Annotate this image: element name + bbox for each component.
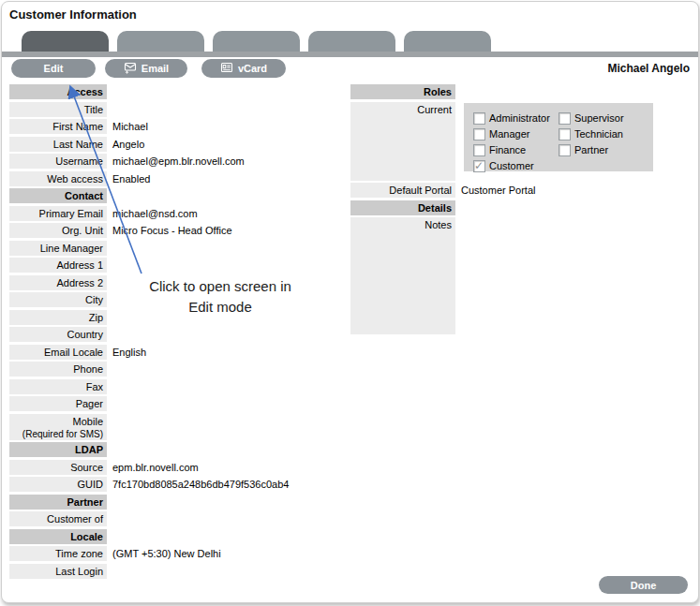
vcard-button-label: vCard — [238, 63, 267, 74]
table-row: Access — [9, 84, 347, 99]
table-row: GUID 7fc170bd8085a248b6db479f536c0ab4 — [9, 477, 347, 492]
field-label: First Name — [9, 119, 107, 134]
field-value — [107, 292, 112, 307]
table-row: Fax — [9, 379, 347, 394]
field-label: Title — [9, 102, 107, 117]
edit-button-label: Edit — [44, 63, 64, 74]
table-row: Title — [9, 102, 347, 117]
table-row: Partner — [9, 495, 347, 510]
table-row: Last Name Angelo — [9, 137, 347, 152]
notes-row: Notes — [350, 217, 688, 334]
field-label: Line Manager — [9, 241, 107, 256]
field-label: Last Name — [9, 137, 107, 152]
tab[interactable] — [22, 31, 109, 52]
tab[interactable] — [213, 31, 300, 52]
done-button[interactable]: Done — [599, 576, 688, 594]
field-label: Time zone — [9, 546, 107, 561]
table-row: Web access Enabled — [9, 171, 347, 186]
checkbox-icon[interactable] — [473, 128, 485, 140]
table-row: Address 1 — [9, 258, 347, 273]
field-value — [107, 102, 112, 117]
table-row: Source epm.blr.novell.com — [9, 460, 347, 475]
field-value — [107, 327, 112, 342]
role-checkbox-item[interactable]: Finance — [473, 142, 559, 158]
field-label: Pager — [9, 396, 107, 411]
default-portal-row: Default Portal Customer Portal — [350, 183, 688, 198]
table-row: Username michael@epm.blr.novell.com — [9, 154, 347, 169]
field-value: (GMT +5:30) New Delhi — [107, 546, 221, 561]
field-label: Org. Unit — [9, 223, 107, 238]
role-label: Technician — [574, 126, 623, 141]
edit-button[interactable]: Edit — [11, 59, 96, 78]
checkbox-icon[interactable] — [559, 144, 571, 156]
table-row: Address 2 — [9, 275, 347, 290]
field-value — [107, 241, 112, 256]
tab[interactable] — [404, 31, 491, 52]
field-label: Locale — [9, 529, 107, 544]
roles-detail-table: Roles Current Administrator Supervisor — [350, 84, 688, 337]
field-label: LDAP — [9, 442, 107, 457]
field-label: Customer of — [9, 511, 107, 526]
field-label: Address 2 — [9, 275, 107, 290]
current-roles-row: Current Administrator Supervisor — [350, 102, 688, 181]
role-label: Partner — [574, 142, 608, 157]
roles-checkbox-panel: Administrator Supervisor Manager Technic… — [464, 103, 653, 171]
field-label: Partner — [9, 495, 107, 510]
done-button-label: Done — [631, 580, 657, 591]
checkbox-icon[interactable] — [559, 112, 571, 125]
field-value — [107, 495, 112, 510]
details-section-header: Details — [350, 200, 688, 215]
role-checkbox-item[interactable]: Customer — [473, 158, 559, 174]
tab[interactable] — [117, 31, 204, 52]
role-label: Administrator — [489, 111, 550, 126]
field-value — [107, 310, 112, 325]
table-row: LDAP — [9, 442, 347, 457]
checkbox-icon[interactable] — [473, 160, 485, 172]
checkbox-icon[interactable] — [559, 128, 571, 140]
field-value — [107, 414, 112, 440]
field-value — [107, 275, 112, 290]
section-label: Details — [350, 200, 455, 215]
field-value: Customer Portal — [455, 183, 535, 198]
field-label: Fax — [9, 379, 107, 394]
role-checkbox-item[interactable]: Manager — [473, 126, 559, 142]
action-toolbar: Edit Email vCard Michael Ange — [2, 57, 698, 83]
table-row: Zip — [9, 310, 347, 325]
checkbox-icon[interactable] — [473, 144, 485, 156]
field-value: Micro Focus - Head Office — [107, 223, 232, 238]
field-label: Primary Email — [9, 206, 107, 221]
tab[interactable] — [308, 31, 395, 52]
vcard-button[interactable]: vCard — [201, 59, 286, 78]
footer-bar: Done — [2, 576, 698, 599]
table-row: Primary Email michael@nsd.com — [9, 206, 347, 221]
field-label: Email Locale — [9, 345, 107, 360]
field-value — [107, 529, 112, 544]
field-label: Source — [9, 460, 107, 475]
field-value — [107, 379, 112, 394]
table-row: Country — [9, 327, 347, 342]
field-value — [107, 188, 112, 203]
field-label: Current — [350, 102, 455, 181]
notes-value — [455, 217, 461, 334]
field-label: Web access — [9, 171, 107, 186]
role-checkbox-item[interactable]: Technician — [559, 126, 644, 142]
field-label: Username — [9, 154, 107, 169]
field-label: Mobile (Required for SMS) — [9, 414, 107, 440]
field-label: City — [9, 292, 107, 307]
field-value: Enabled — [107, 171, 150, 186]
field-label: Default Portal — [350, 183, 455, 198]
field-label: Notes — [350, 217, 455, 334]
table-row: Pager — [9, 396, 347, 411]
table-row: Line Manager — [9, 241, 347, 256]
customer-information-window: Customer Information Edit Email — [1, 1, 699, 603]
role-checkbox-item[interactable]: Partner — [559, 142, 644, 158]
role-checkbox-item[interactable]: Supervisor — [559, 111, 644, 126]
envelope-icon — [124, 62, 137, 76]
table-row: First Name Michael — [9, 119, 347, 134]
email-button[interactable]: Email — [105, 59, 187, 78]
checkbox-icon[interactable] — [473, 112, 485, 125]
table-row: Phone — [9, 362, 347, 377]
field-value: epm.blr.novell.com — [107, 460, 199, 475]
role-label: Supervisor — [574, 111, 624, 126]
role-checkbox-item[interactable]: Administrator — [473, 111, 559, 126]
